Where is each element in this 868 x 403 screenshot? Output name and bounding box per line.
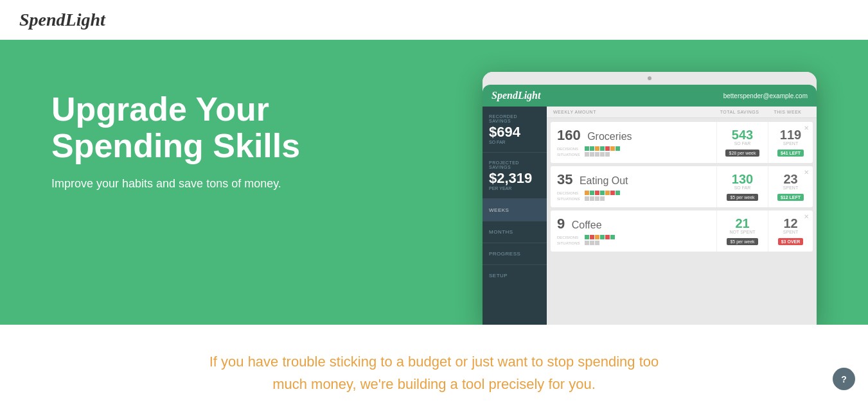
- situations-bars-eat: [585, 196, 605, 201]
- per-week-eating-out: $5 per week: [727, 194, 757, 201]
- expense-main-groceries: 160 Groceries DECISIONS: [551, 122, 716, 163]
- col-thisweek-header: THIS WEEK: [765, 110, 810, 114]
- recorded-savings: RECORDED SAVINGS $694 SO FAR: [483, 107, 547, 153]
- expense-number-coffee: 9: [557, 216, 565, 232]
- decisions-bars: [585, 146, 620, 151]
- week-sublabel-eating-out: SPENT: [783, 185, 798, 190]
- ebar7: [616, 191, 620, 195]
- mockup-top-bar: [483, 72, 817, 85]
- cbar1: [585, 235, 589, 239]
- ebar6: [610, 191, 615, 195]
- csbar1: [585, 241, 589, 245]
- hero-section: Upgrade Your Spending Skills Improve you…: [0, 40, 868, 325]
- sidebar-nav-weeks[interactable]: WEEKS: [483, 199, 547, 221]
- week-number-coffee: 12: [783, 217, 797, 230]
- app-mockup: SpendLight betterspender@example.com REC…: [483, 72, 817, 325]
- total-number-eating-out: 130: [732, 173, 753, 185]
- bottom-text: If you have trouble sticking to a budget…: [209, 350, 659, 395]
- decisions-bars-eat: [585, 191, 620, 195]
- situations-row: SITUATIONS: [557, 152, 710, 157]
- expense-meta-groceries: DECISIONS: [557, 146, 710, 157]
- recorded-sublabel: SO FAR: [489, 140, 540, 144]
- csbar3: [595, 241, 599, 245]
- sidebar-nav-setup[interactable]: SETUP: [483, 264, 547, 286]
- close-icon-groceries[interactable]: ✕: [804, 124, 809, 132]
- week-sublabel-coffee: SPENT: [783, 230, 798, 234]
- expense-name-coffee: Coffee: [572, 219, 602, 230]
- recorded-amount: $694: [489, 125, 540, 139]
- hero-text: Upgrade Your Spending Skills Improve you…: [51, 72, 457, 191]
- situations-row-eat: SITUATIONS: [557, 196, 710, 201]
- expense-number-groceries: 160: [557, 127, 581, 143]
- page-header: SpendLight: [0, 0, 868, 40]
- ebar5: [605, 191, 610, 195]
- projected-amount: $2,319: [489, 171, 540, 185]
- cbar5: [605, 235, 610, 239]
- decisions-label-coffee: DECISIONS: [557, 236, 583, 239]
- app-header: SpendLight betterspender@example.com: [483, 85, 817, 107]
- decisions-row-eat: DECISIONS: [557, 191, 710, 195]
- projected-sublabel: PER YEAR: [489, 186, 540, 191]
- total-col-coffee: 21 NOT SPENT $5 per week: [716, 210, 768, 252]
- decisions-label: DECISIONS: [557, 147, 583, 151]
- col-weekly-header: WEEKLY AMOUNT: [553, 110, 714, 114]
- close-icon-eating-out[interactable]: ✕: [804, 169, 809, 176]
- sbar1: [585, 152, 589, 157]
- esbar3: [595, 196, 599, 201]
- ebar4: [600, 191, 605, 195]
- bar2: [590, 146, 594, 151]
- esbar4: [600, 196, 605, 201]
- expense-row-eating-out: 35 Eating Out DECISIONS: [551, 166, 813, 207]
- expense-main-coffee: 9 Coffee DECISIONS: [551, 210, 716, 252]
- per-week-groceries: $28 per week: [725, 150, 759, 157]
- help-button[interactable]: ?: [833, 368, 855, 390]
- expense-row-groceries: 160 Groceries DECISIONS: [551, 122, 813, 163]
- total-number-groceries: 543: [732, 128, 753, 141]
- projected-savings: PROJECTED SAVINGS $2,319 PER YEAR: [483, 153, 547, 199]
- week-number-eating-out: 23: [783, 173, 797, 185]
- per-week-coffee: $5 per week: [727, 238, 757, 245]
- total-col-eating-out: 130 SO FAR $5 per week: [716, 166, 768, 207]
- sidebar-nav-progress[interactable]: PROGRESS: [483, 243, 547, 264]
- bottom-section: If you have trouble sticking to a budget…: [0, 325, 868, 403]
- expense-row-coffee: 9 Coffee DECISIONS: [551, 210, 813, 252]
- total-number-coffee: 21: [735, 217, 749, 230]
- situations-bars: [585, 152, 610, 157]
- situations-bars-coffee: [585, 241, 599, 245]
- expense-main-eating-out: 35 Eating Out DECISIONS: [551, 166, 716, 207]
- situations-label-eat: SITUATIONS: [557, 197, 583, 201]
- expense-name-groceries: Groceries: [587, 131, 632, 142]
- week-status-groceries: $41 LEFT: [777, 150, 804, 157]
- sbar5: [605, 152, 610, 157]
- decisions-bars-coffee: [585, 235, 615, 239]
- hero-title: Upgrade Your Spending Skills: [51, 91, 457, 164]
- ebar3: [595, 191, 599, 195]
- app-inner: RECORDED SAVINGS $694 SO FAR PROJECTED S…: [483, 107, 817, 325]
- bar5: [605, 146, 610, 151]
- expense-name-eating-out: Eating Out: [580, 175, 628, 186]
- cbar4: [600, 235, 605, 239]
- app-sidebar: RECORDED SAVINGS $694 SO FAR PROJECTED S…: [483, 107, 547, 325]
- columns-header: WEEKLY AMOUNT TOTAL SAVINGS THIS WEEK: [547, 107, 817, 118]
- week-number-groceries: 119: [780, 128, 801, 141]
- cbar3: [595, 235, 599, 239]
- sidebar-nav-months[interactable]: MONTHS: [483, 221, 547, 243]
- total-col-groceries: 543 SO FAR $28 per week: [716, 122, 768, 163]
- close-icon-coffee[interactable]: ✕: [804, 213, 809, 220]
- week-status-coffee: $3 OVER: [778, 238, 804, 245]
- site-logo: SpendLight: [19, 10, 105, 30]
- col-total-header: TOTAL SAVINGS: [714, 110, 765, 114]
- week-sublabel-groceries: SPENT: [783, 141, 798, 146]
- total-sublabel-coffee: NOT SPENT: [730, 230, 756, 234]
- expense-number-eating-out: 35: [557, 171, 572, 187]
- decisions-row: DECISIONS: [557, 146, 710, 151]
- sbar4: [600, 152, 605, 157]
- bar3: [595, 146, 599, 151]
- sbar2: [590, 152, 594, 157]
- expense-meta-coffee: DECISIONS: [557, 235, 710, 245]
- situations-label-coffee: SITUATIONS: [557, 241, 583, 245]
- hero-subtitle: Improve your habits and save tons of mon…: [51, 177, 457, 191]
- sbar3: [595, 152, 599, 157]
- app-logo: SpendLight: [492, 90, 540, 101]
- recorded-label: RECORDED SAVINGS: [489, 114, 540, 123]
